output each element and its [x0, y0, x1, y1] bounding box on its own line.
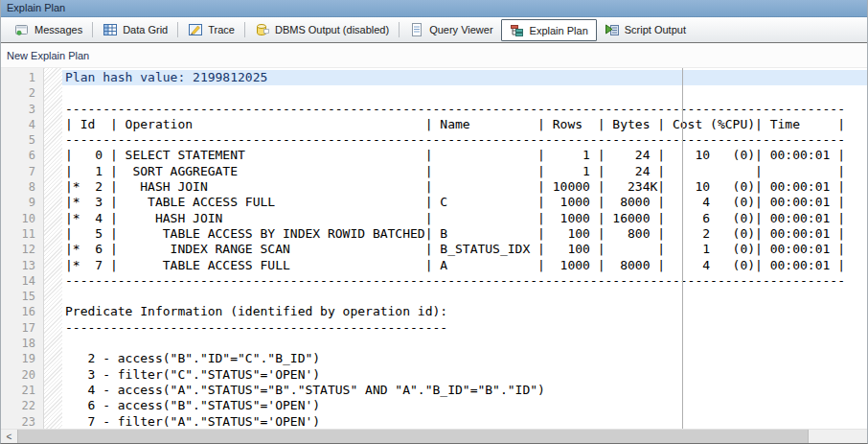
code-text: [62, 336, 867, 351]
fold-strip: [43, 414, 62, 429]
tab-separator: [399, 22, 400, 37]
messages-icon: [14, 22, 30, 37]
editor-line[interactable]: 6| 0 | SELECT STATEMENT | | 1 | 24 | 10 …: [1, 148, 867, 163]
line-number: 8: [1, 179, 43, 195]
line-number: 16: [1, 304, 43, 319]
code-text: |* 7 | TABLE ACCESS FULL | A | 1000 | 80…: [62, 258, 867, 273]
code-text: ----------------------------------------…: [62, 320, 867, 336]
editor-line[interactable]: 2: [1, 85, 867, 101]
editor-line[interactable]: 14--------------------------------------…: [1, 273, 867, 289]
code-text: ----------------------------------------…: [62, 132, 867, 148]
editor-line[interactable]: 19 2 - access("B"."ID"="C"."B_ID"): [1, 351, 867, 366]
data-grid-icon: [103, 22, 118, 37]
plan-name-label: New Explain Plan: [7, 50, 89, 61]
fold-strip: [43, 211, 62, 226]
editor-line[interactable]: 4| Id | Operation | Name | Rows | Bytes …: [1, 117, 867, 132]
code-text: | 5 | TABLE ACCESS BY INDEX ROWID BATCHE…: [62, 226, 867, 242]
explain-plan-icon: [510, 23, 525, 38]
editor-line[interactable]: 18: [1, 336, 867, 351]
code-text: [62, 289, 867, 304]
tab-label: Data Grid: [123, 24, 168, 35]
tab-explain-plan[interactable]: Explain Plan: [501, 19, 597, 41]
editor-line[interactable]: 16Predicate Information (identified by o…: [1, 304, 867, 319]
tab-data-grid[interactable]: Data Grid: [95, 19, 175, 40]
editor-line[interactable]: 17--------------------------------------…: [1, 320, 867, 336]
fold-strip: [43, 164, 62, 179]
fold-strip: [43, 320, 62, 336]
query-viewer-icon: [409, 22, 424, 37]
horizontal-scrollbar[interactable]: <: [1, 429, 867, 443]
editor-line[interactable]: 20 3 - filter("C"."STATUS"='OPEN'): [1, 367, 867, 383]
tab-script-output[interactable]: Script Output: [597, 19, 694, 40]
editor-line[interactable]: 22 6 - access("B"."STATUS"='OPEN'): [1, 398, 867, 413]
code-text: |* 3 | TABLE ACCESS FULL | C | 1000 | 80…: [62, 195, 867, 210]
tab-separator: [244, 22, 245, 37]
fold-strip: [43, 148, 62, 163]
panel-title: Explain Plan: [7, 2, 65, 13]
editor-lines: 1Plan hash value: 219981202523----------…: [1, 70, 867, 429]
code-editor[interactable]: 1Plan hash value: 219981202523----------…: [1, 68, 867, 429]
tab-trace[interactable]: Trace: [180, 19, 242, 40]
line-number: 18: [1, 336, 43, 351]
fold-strip: [43, 304, 62, 319]
fold-strip: [43, 398, 62, 413]
scrollbar-track[interactable]: [809, 430, 867, 443]
line-number: 5: [1, 132, 43, 148]
editor-line[interactable]: 3---------------------------------------…: [1, 102, 867, 117]
fold-strip: [43, 85, 62, 101]
line-number: 10: [1, 211, 43, 226]
editor-line[interactable]: 7| 1 | SORT AGGREGATE | | 1 | 24 | | |: [1, 164, 867, 179]
toolbar: New Explain Plan: [1, 43, 867, 68]
line-number: 7: [1, 164, 43, 179]
code-text: Plan hash value: 2199812025: [62, 70, 867, 85]
tab-label: Explain Plan: [530, 25, 588, 36]
fold-strip: [43, 179, 62, 195]
code-text: 7 - filter("A"."STATUS"='OPEN'): [62, 414, 867, 429]
tab-separator: [92, 22, 93, 37]
panel-titlebar[interactable]: Explain Plan: [1, 0, 867, 17]
editor-line[interactable]: 10|* 4 | HASH JOIN | | 1000 | 16000 | 6 …: [1, 211, 867, 226]
code-text: | 1 | SORT AGGREGATE | | 1 | 24 | | |: [62, 164, 867, 179]
editor-line[interactable]: 21 4 - access("A"."STATUS"="B"."STATUS" …: [1, 383, 867, 398]
fold-strip: [43, 258, 62, 273]
fold-strip: [43, 195, 62, 210]
code-text: Predicate Information (identified by ope…: [62, 304, 867, 319]
editor-line[interactable]: 13|* 7 | TABLE ACCESS FULL | A | 1000 | …: [1, 258, 867, 273]
code-text: 3 - filter("C"."STATUS"='OPEN'): [62, 367, 867, 383]
line-number: 15: [1, 289, 43, 304]
editor-line[interactable]: 9|* 3 | TABLE ACCESS FULL | C | 1000 | 8…: [1, 195, 867, 210]
line-number: 22: [1, 398, 43, 413]
tab-query-viewer[interactable]: Query Viewer: [401, 19, 500, 40]
code-text: ----------------------------------------…: [62, 102, 867, 117]
tab-label: Trace: [208, 24, 235, 35]
code-text: 2 - access("B"."ID"="C"."B_ID"): [62, 351, 867, 366]
fold-strip: [43, 273, 62, 289]
editor-line[interactable]: 11| 5 | TABLE ACCESS BY INDEX ROWID BATC…: [1, 226, 867, 242]
line-number: 3: [1, 102, 43, 117]
code-text: | 0 | SELECT STATEMENT | | 1 | 24 | 10 (…: [62, 148, 867, 163]
editor-line[interactable]: 23 7 - filter("A"."STATUS"='OPEN'): [1, 414, 867, 429]
line-number: 23: [1, 414, 43, 429]
scrollbar-thumb[interactable]: [17, 430, 809, 443]
fold-strip: [43, 367, 62, 383]
code-text: [62, 85, 867, 101]
line-number: 14: [1, 273, 43, 289]
line-number: 12: [1, 242, 43, 257]
line-number: 4: [1, 117, 43, 132]
editor-line[interactable]: 1Plan hash value: 2199812025: [1, 70, 867, 85]
code-text: ----------------------------------------…: [62, 273, 867, 289]
fold-strip: [43, 102, 62, 117]
script-output-icon: [605, 22, 620, 37]
editor-line[interactable]: 15: [1, 289, 867, 304]
scroll-left-button[interactable]: <: [1, 430, 17, 443]
line-number: 19: [1, 351, 43, 366]
editor-line[interactable]: 5---------------------------------------…: [1, 132, 867, 148]
line-number: 1: [1, 70, 43, 85]
tab-messages[interactable]: Messages: [7, 19, 90, 40]
tab-dbms-output-disabled[interactable]: DBMS Output (disabled): [247, 19, 397, 40]
editor-line[interactable]: 12|* 6 | INDEX RANGE SCAN | B_STATUS_IDX…: [1, 242, 867, 257]
fold-strip: [43, 132, 62, 148]
editor-line[interactable]: 8|* 2 | HASH JOIN | | 10000 | 234K| 10 (…: [1, 179, 867, 195]
line-number: 11: [1, 226, 43, 242]
tab-label: DBMS Output (disabled): [275, 24, 389, 35]
